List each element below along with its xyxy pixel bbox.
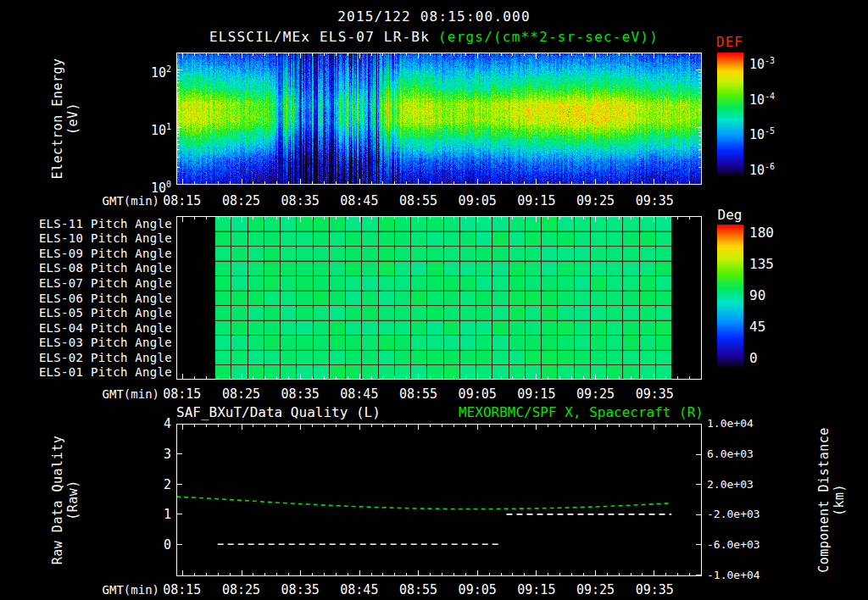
def-colorbar-ticks: 10-310-410-510-6 [749, 53, 800, 175]
time-tick-label: 08:35 [270, 582, 330, 597]
panel1-time-ticks: 08:1508:2508:3508:4508:5509:0509:1509:25… [153, 193, 684, 208]
time-tick-label: 09:25 [566, 386, 626, 402]
raw-data-quality-axis-label: Raw Data Quality (Raw) [38, 424, 92, 576]
deg-colorbar-tick: 0 [749, 351, 787, 366]
pitch-angle-row-labels: ELS-11 Pitch AngleELS-10 Pitch AngleELS-… [22, 216, 172, 380]
time-tick-label: 08:15 [153, 582, 212, 597]
pitch-row-label: ELS-11 Pitch Angle [22, 216, 172, 231]
pitch-row-label: ELS-06 Pitch Angle [22, 291, 172, 306]
left-ytick-label: 1 [139, 507, 171, 522]
def-colorbar [717, 53, 743, 175]
science-plot-screen: 2015/122 08:15:00.000 ELSSCIL/MEx ELS-07… [0, 0, 868, 600]
pitch-row-label: ELS-01 Pitch Angle [22, 364, 172, 380]
time-tick-label: 08:35 [270, 193, 330, 208]
time-tick-label: 09:15 [507, 386, 566, 402]
pitch-row-label: ELS-08 Pitch Angle [22, 261, 172, 276]
ylabel-line2: (eV) [65, 58, 81, 180]
pitch-row-label: ELS-10 Pitch Angle [22, 231, 172, 247]
time-tick-label: 08:45 [330, 582, 389, 597]
p1-ytick-1e0: 100 [124, 177, 171, 192]
quality-distance-line-canvas [176, 424, 702, 576]
def-colorbar-tick: 10-3 [749, 53, 800, 69]
time-tick-label: 08:55 [389, 386, 448, 402]
deg-colorbar-ticks: 18013590450 [749, 225, 787, 366]
deg-colorbar [717, 225, 743, 367]
time-tick-label: 08:45 [330, 386, 389, 402]
time-tick-label: 08:55 [389, 582, 448, 597]
time-tick-label: 09:35 [625, 386, 684, 402]
gmt-axis-label: GMT(min) [83, 194, 159, 208]
datetime-title: 2015/122 08:15:00.000 [0, 8, 868, 25]
panel3-time-ticks: 08:1508:2508:3508:4508:5509:0509:1509:25… [153, 582, 684, 597]
gmt-axis-label: GMT(min) [83, 583, 159, 597]
def-colorbar-tick: 10-5 [749, 124, 800, 139]
time-tick-label: 09:15 [507, 193, 566, 208]
deg-colorbar-title: Deg [704, 207, 755, 223]
def-colorbar-tick: 10-4 [749, 89, 800, 104]
right-ytick-label: -2.0e+03 [707, 507, 770, 522]
time-tick-label: 08:15 [153, 193, 212, 208]
time-tick-label: 08:25 [212, 193, 271, 208]
time-tick-label: 09:25 [566, 582, 626, 597]
deg-colorbar-tick: 180 [749, 225, 787, 241]
panel2-time-ticks: 08:1508:2508:3508:4508:5509:0509:1509:25… [153, 386, 684, 402]
right-ytick-label: -1.0e+04 [707, 568, 770, 583]
def-colorbar-title: DEF [704, 34, 755, 50]
ylabel-line2: (km) [832, 427, 847, 573]
right-ytick-label: 6.0e+03 [707, 447, 770, 462]
right-ytick-label: -6.0e+03 [707, 537, 770, 553]
pitch-angle-heatmap-canvas [176, 216, 702, 380]
left-ytick-label: 2 [139, 477, 171, 492]
deg-colorbar-tick: 90 [749, 288, 787, 303]
time-tick-label: 08:55 [389, 193, 448, 208]
left-ytick-label: 3 [139, 447, 171, 462]
left-ytick-label: 0 [139, 537, 171, 553]
p1-ytick-1e1: 101 [124, 119, 171, 135]
deg-colorbar-tick: 135 [749, 257, 787, 272]
panel3-titles: SAF_BXuT/Data Quality (L) MEXORBMC/SPF X… [176, 405, 704, 420]
ylabel-line1: Component Distance [816, 427, 832, 573]
time-tick-label: 09:05 [448, 582, 507, 597]
time-tick-label: 09:15 [507, 582, 566, 597]
panel3-right-ticks: 1.0e+046.0e+032.0e+03-2.0e+03-6.0e+03-1.… [707, 416, 770, 583]
pitch-row-label: ELS-03 Pitch Angle [22, 335, 172, 350]
quality-series-title: SAF_BXuT/Data Quality (L) [176, 405, 381, 420]
instrument-title: ELSSCIL/MEx ELS-07 LR-Bk [209, 29, 430, 45]
left-ytick-label: 4 [139, 416, 171, 431]
panel3-left-ticks: 43210 [139, 416, 171, 553]
p1-ytick-1e2: 102 [124, 62, 171, 77]
pitch-row-label: ELS-07 Pitch Angle [22, 275, 172, 291]
pitch-row-label: ELS-04 Pitch Angle [22, 320, 172, 336]
time-tick-label: 09:25 [566, 193, 626, 208]
right-ytick-label: 1.0e+04 [707, 416, 770, 431]
time-tick-label: 09:35 [625, 193, 684, 208]
time-tick-label: 08:15 [153, 386, 212, 402]
ylabel-line1: Electron Energy [50, 58, 65, 180]
def-colorbar-tick: 10-6 [749, 159, 800, 175]
time-tick-label: 09:05 [448, 386, 507, 402]
electron-energy-axis-label: Electron Energy (eV) [38, 53, 92, 185]
ylabel-line1: Raw Data Quality [50, 436, 65, 565]
time-tick-label: 08:35 [270, 386, 330, 402]
pitch-row-label: ELS-09 Pitch Angle [22, 246, 172, 261]
units-label: (ergs/(cm**2-sr-sec-eV)) [438, 29, 659, 45]
electron-energy-spectrogram-canvas [176, 53, 702, 185]
pitch-row-label: ELS-02 Pitch Angle [22, 350, 172, 365]
time-tick-label: 08:25 [212, 386, 271, 402]
deg-colorbar-tick: 45 [749, 319, 787, 335]
component-distance-axis-label: Component Distance (km) [804, 424, 859, 576]
time-tick-label: 08:25 [212, 582, 271, 597]
time-tick-label: 09:35 [625, 582, 684, 597]
time-tick-label: 08:45 [330, 193, 389, 208]
time-tick-label: 09:05 [448, 193, 507, 208]
right-ytick-label: 2.0e+03 [707, 477, 770, 492]
ylabel-line2: (Raw) [65, 436, 81, 565]
spacecraft-series-title: MEXORBMC/SPF X, Spacecraft (R) [459, 405, 704, 420]
pitch-row-label: ELS-05 Pitch Angle [22, 305, 172, 320]
gmt-axis-label: GMT(min) [83, 387, 159, 401]
